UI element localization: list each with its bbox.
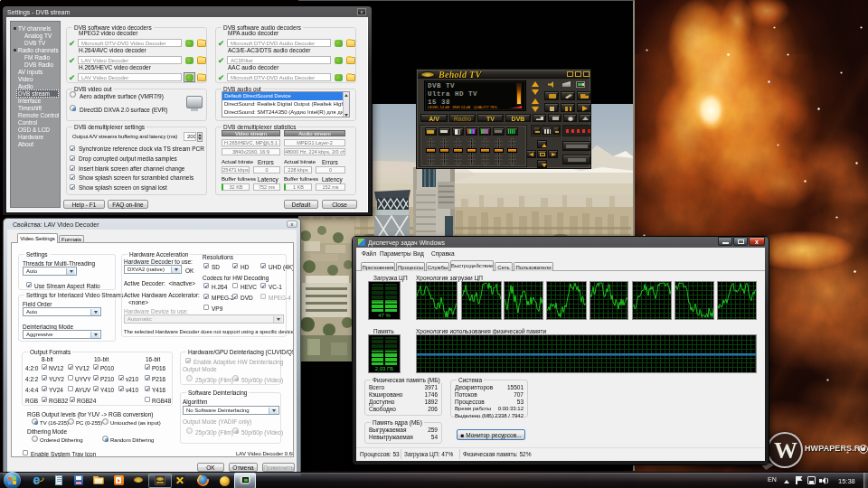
svg-text:2,03 ГБ: 2,03 ГБ xyxy=(375,366,394,371)
svg-text:47 %: 47 % xyxy=(378,313,391,318)
